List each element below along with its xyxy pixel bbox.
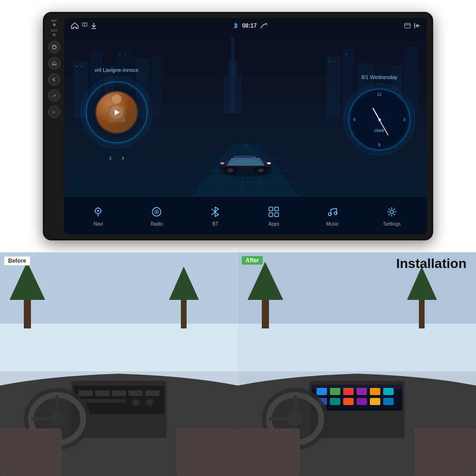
car-image — [212, 147, 279, 179]
svg-rect-69 — [181, 295, 187, 328]
settings-icon — [384, 204, 399, 219]
svg-point-56 — [156, 211, 158, 213]
clock-num-6: 6 — [378, 142, 380, 147]
minimize-icon — [404, 23, 411, 29]
svg-rect-51 — [220, 162, 224, 164]
download-icon — [91, 22, 97, 29]
mic-dot — [53, 23, 56, 26]
svg-rect-57 — [269, 207, 273, 211]
head-unit: MIC RST ♪+ — [43, 12, 433, 240]
mic-label: MIC — [51, 19, 58, 22]
svg-point-63 — [390, 210, 394, 214]
svg-rect-88 — [0, 428, 62, 476]
vinyl-wrapper — [81, 77, 152, 148]
nav-item-bt[interactable]: BT — [208, 204, 223, 227]
svg-rect-110 — [383, 398, 394, 405]
navi-icon — [90, 204, 106, 219]
home-side-button[interactable] — [48, 57, 60, 69]
nav-bar: Navi Radio — [64, 196, 427, 234]
installation-title: Installation — [396, 256, 466, 271]
svg-rect-106 — [330, 398, 340, 405]
rst-label: RST — [51, 29, 58, 32]
clock-panel: 8/1 Wednesday 12 3 6 9 clock — [337, 74, 422, 155]
back-side-button[interactable] — [48, 73, 60, 86]
date-display: 8/1 Wednesday — [361, 74, 397, 80]
svg-rect-111 — [312, 385, 402, 389]
play-button[interactable] — [110, 106, 123, 119]
svg-rect-66 — [0, 324, 238, 371]
svg-rect-77 — [145, 390, 159, 396]
svg-text:♪-: ♪- — [52, 109, 56, 114]
nav-item-apps[interactable]: Apps — [266, 204, 281, 227]
svg-rect-59 — [269, 213, 273, 217]
svg-point-53 — [97, 210, 99, 212]
clock-num-9: 9 — [353, 117, 356, 122]
next-button[interactable]: › — [121, 153, 124, 163]
nav-item-navi[interactable]: Navi — [90, 204, 106, 227]
svg-rect-95 — [419, 295, 425, 328]
after-panel: After Installation — [238, 252, 476, 476]
main-content: vril Lavigne-Innoce — [64, 33, 427, 196]
svg-rect-92 — [238, 324, 476, 371]
bluetooth-icon — [233, 22, 238, 30]
svg-rect-75 — [112, 390, 126, 396]
svg-rect-117 — [238, 428, 300, 476]
nav-item-music[interactable]: Music — [325, 204, 340, 227]
play-triangle-icon — [115, 109, 119, 115]
time-display: 08:17 — [242, 22, 257, 29]
signal-icon — [260, 22, 268, 29]
home-icon — [71, 22, 79, 29]
vol-down-button[interactable]: ♪- — [48, 106, 60, 118]
svg-rect-50 — [267, 162, 271, 164]
before-label: Before — [4, 256, 30, 266]
svg-rect-107 — [343, 398, 354, 405]
top-section: MIC RST ♪+ — [0, 0, 476, 252]
power-button[interactable] — [48, 41, 60, 53]
status-right — [404, 23, 420, 29]
apps-label: Apps — [268, 221, 279, 227]
hour-hand — [372, 108, 380, 119]
clock-label: clock — [375, 128, 385, 133]
clock-center — [378, 119, 381, 121]
apps-icon — [266, 204, 281, 219]
music-panel: vril Lavigne-Innoce — [69, 67, 164, 163]
svg-rect-73 — [79, 390, 93, 396]
svg-text:♪+: ♪+ — [52, 93, 57, 98]
svg-point-80 — [133, 399, 139, 405]
after-car-interior — [238, 252, 476, 476]
vol-up-button[interactable]: ♪+ — [48, 89, 60, 102]
nav-item-settings[interactable]: Settings — [383, 204, 400, 227]
radio-icon — [149, 204, 164, 219]
clock-num-12: 12 — [377, 92, 382, 97]
radio-label: Radio — [150, 221, 163, 227]
svg-point-82 — [147, 399, 153, 405]
navi-label: Navi — [93, 221, 103, 227]
rst-dot — [53, 33, 56, 36]
svg-rect-118 — [414, 428, 476, 476]
svg-rect-60 — [275, 213, 278, 217]
music-status-icon — [81, 22, 88, 29]
music-nav-icon — [325, 204, 340, 219]
status-bar: 08:17 — [64, 18, 427, 33]
clock-wrapper: 12 3 6 9 clock — [344, 84, 415, 155]
svg-rect-76 — [129, 390, 143, 396]
song-title: vril Lavigne-Innoce — [95, 67, 139, 73]
before-car-interior — [0, 252, 238, 476]
back-status-icon — [414, 23, 420, 29]
svg-point-46 — [228, 169, 232, 172]
side-buttons: MIC RST ♪+ — [44, 13, 64, 239]
settings-label: Settings — [383, 221, 400, 227]
minute-hand — [379, 119, 388, 136]
svg-point-49 — [259, 169, 263, 172]
bt-label: BT — [212, 221, 218, 227]
nav-item-radio[interactable]: Radio — [149, 204, 164, 227]
prev-button[interactable]: ‹ — [109, 153, 112, 163]
status-left — [71, 22, 97, 29]
svg-rect-108 — [357, 398, 367, 405]
svg-rect-78 — [79, 399, 126, 403]
svg-rect-58 — [275, 207, 278, 211]
after-label: After — [242, 256, 263, 265]
svg-rect-30 — [405, 23, 410, 28]
person-head — [112, 94, 121, 104]
analog-clock: 12 3 6 9 clock — [348, 89, 410, 150]
